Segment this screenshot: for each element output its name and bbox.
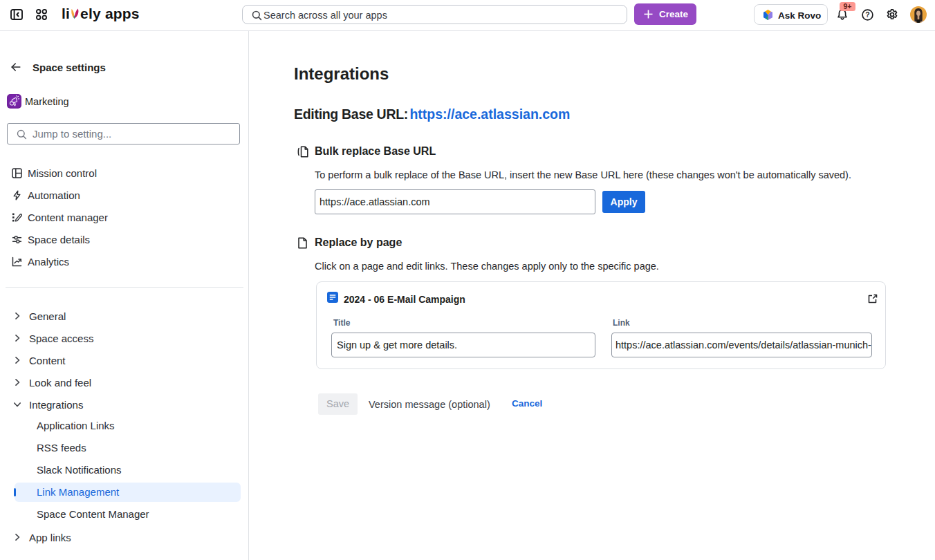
svg-text:?: ? [865, 10, 869, 19]
